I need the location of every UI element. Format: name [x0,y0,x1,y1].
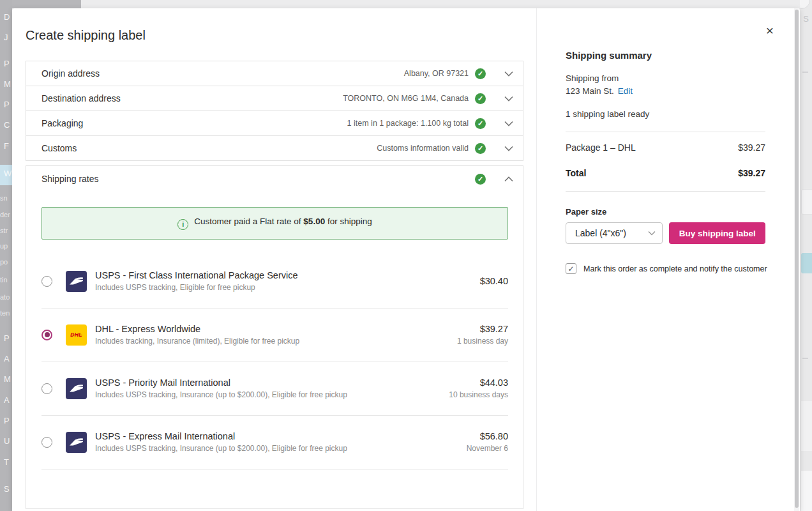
section-value: Customs information valid [377,144,469,153]
rate-text: DHL - Express Worldwide Includes trackin… [95,324,299,346]
background-sidebar-fragment: ato [0,293,10,301]
background-sidebar-fragment: up [0,241,8,250]
usps-logo [66,432,87,453]
background-sidebar-fragment: tin [0,275,8,284]
section-label: Packaging [41,118,83,128]
divider [566,132,765,132]
background-sidebar-fragment: T [4,457,9,468]
background-fragment [801,189,812,215]
checkbox-checked[interactable]: ✓ [566,263,576,274]
info-icon: i [177,219,188,230]
banner-suffix: for shipping [325,217,372,226]
rate-price: $39.27 [457,324,508,334]
rate-option-usps-priority[interactable]: USPS - Priority Mail International Inclu… [41,362,508,416]
background-sidebar-fragment: P [4,416,10,426]
scrollbar-track[interactable] [794,8,799,511]
background-avatar [800,0,810,9]
usps-logo [66,271,87,292]
rate-details: Includes USPS tracking, Insurance (up to… [95,444,347,453]
rate-name: USPS - Express Mail International [95,431,347,441]
section-value: TORONTO, ON M6G 1M4, Canada [343,94,469,103]
close-icon[interactable]: × [766,24,774,37]
background-letter: S [803,14,809,24]
total-amount: $39.27 [738,167,765,179]
rate-price-block: $44.03 10 business days [449,378,508,399]
rate-delivery-estimate: November 6 [467,444,508,453]
rate-text: USPS - Priority Mail International Inclu… [95,378,347,399]
background-sidebar-fragment: ten [0,309,10,317]
modal-title: Create shipping label [26,28,146,43]
chevron-down-icon [504,96,513,102]
usps-logo [66,378,87,399]
background-sidebar-fragment: P [4,100,10,110]
background-sidebar-fragment: F [4,141,9,151]
rate-option-usps-express[interactable]: USPS - Express Mail International Includ… [41,416,508,469]
check-circle-icon: ✓ [475,68,486,79]
background-sidebar-fragment: P [4,59,10,69]
background-sidebar-fragment: str [0,226,8,235]
section-label: Origin address [41,68,100,79]
background-sidebar-fragment: M [4,79,11,89]
accordion-destination-address[interactable]: Destination address TORONTO, ON M6G 1M4,… [26,86,523,111]
section-label: Customs [41,143,77,153]
rate-price: $44.03 [449,378,508,388]
package-line-item: Package 1 – DHL $39.27 [566,141,765,154]
banner-prefix: Customer paid a Flat rate of [194,217,303,226]
dimmed-admin-sidebar: DJPMPCFWsnderstruppotinatotenPAMAPUTS [0,0,12,511]
paper-size-select[interactable]: Label (4"x6") [566,222,663,244]
background-sidebar-fragment: A [4,395,10,406]
rate-name: DHL - Express Worldwide [95,324,299,334]
rate-name: USPS - Priority Mail International [95,378,347,388]
label-ready-status: 1 shipping label ready [566,108,765,121]
section-label: Destination address [41,93,121,103]
rate-option-dhl-express[interactable]: DHL DHL - Express Worldwide Includes tra… [41,309,508,362]
accordion-customs[interactable]: Customs Customs information valid ✓ [26,135,523,161]
edit-address-link[interactable]: Edit [618,86,633,96]
mark-complete-checkbox-row[interactable]: ✓ Mark this order as complete and notify… [566,263,765,274]
rate-price: $56.80 [467,431,508,441]
background-sidebar-fragment: W [4,169,11,179]
shipping-rates-header[interactable]: Shipping rates ✓ [26,166,523,192]
rate-delivery-estimate: 1 business day [457,337,508,346]
radio-button[interactable] [41,437,52,448]
shipping-from-label: Shipping from [566,72,765,85]
package-label: Package 1 – DHL [566,141,636,154]
radio-button[interactable] [41,276,52,287]
buy-shipping-label-button[interactable]: Buy shipping label [669,222,765,244]
background-sidebar-fragment: der [0,210,10,219]
background-fragment [802,72,808,73]
paper-size-value: Label (4"x6") [575,228,648,238]
background-sidebar-fragment: A [4,354,10,364]
background-sidebar-fragment: D [4,12,10,22]
scrollbar-thumb[interactable] [795,10,799,508]
package-amount: $39.27 [738,141,765,154]
rate-option-usps-first-class[interactable]: USPS - First Class International Package… [41,255,508,309]
summary-title: Shipping summary [566,49,765,62]
rate-price-block: $30.40 [480,276,508,286]
dimmed-admin-bar [0,0,81,8]
address-text: 123 Main St. [566,86,614,96]
rate-details: Includes USPS tracking, Eligible for fre… [95,283,298,292]
background-sidebar-fragment: M [4,374,11,385]
radio-button[interactable] [41,383,52,394]
accordion-origin-address[interactable]: Origin address Albany, OR 97321 ✓ [26,61,523,86]
shipping-from-address: 123 Main St.Edit [566,85,765,98]
check-circle-icon: ✓ [475,174,486,185]
section-label: Shipping rates [41,174,99,184]
chevron-up-icon [504,176,513,182]
background-sidebar-fragment: po [0,257,8,266]
check-circle-icon: ✓ [475,118,486,129]
rate-details: Includes tracking, Insurance (limited), … [95,337,299,346]
accordion-packaging[interactable]: Packaging 1 item in 1 package: 1.100 kg … [26,111,523,136]
flat-rate-banner: iCustomer paid a Flat rate of $5.00 for … [41,207,508,240]
radio-button-selected[interactable] [41,330,52,340]
checkbox-label: Mark this order as complete and notify t… [583,264,767,273]
dhl-logo-text: DHL [70,332,82,338]
rate-name: USPS - First Class International Package… [95,270,298,280]
background-fragment [802,358,808,359]
check-circle-icon: ✓ [475,143,486,154]
chevron-down-icon [504,71,513,77]
chevron-down-icon [648,231,656,236]
banner-amount: $5.00 [303,217,325,226]
total-line-item: Total $39.27 [566,167,765,179]
